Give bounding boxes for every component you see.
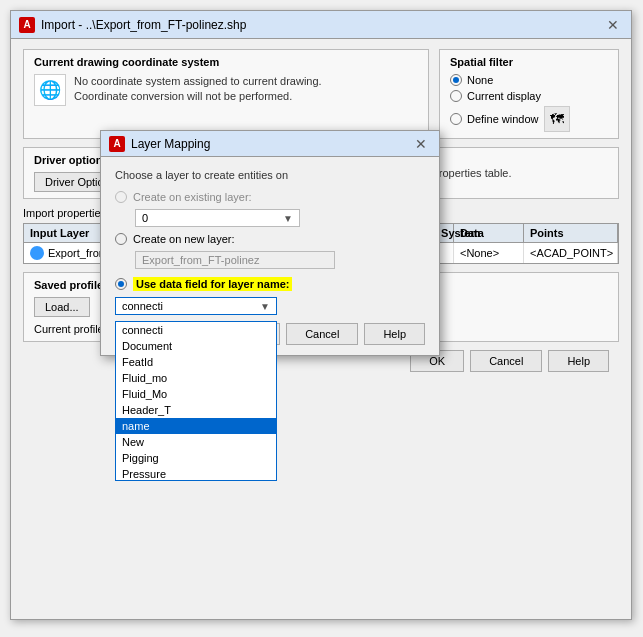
use-data-radio[interactable] — [115, 278, 127, 290]
dropdown-item-fluid-mo-upper[interactable]: Fluid_Mo — [116, 386, 276, 402]
cancel-button[interactable]: Cancel — [470, 350, 542, 372]
main-close-button[interactable]: ✕ — [603, 15, 623, 35]
coord-section: Current drawing coordinate system 🌐 No c… — [23, 49, 429, 139]
use-data-option[interactable]: Use data field for layer name: — [115, 277, 425, 291]
spatial-current-option[interactable]: Current display — [450, 90, 608, 102]
main-title-bar: A Import - ..\Export_from_FT-polinez.shp… — [11, 11, 631, 39]
layer-dialog-title-bar: A Layer Mapping ✕ — [101, 131, 439, 157]
existing-layer-label: Create on existing layer: — [133, 191, 252, 203]
layer-cancel-button[interactable]: Cancel — [286, 323, 358, 345]
dropdown-item-header-t[interactable]: Header_T — [116, 402, 276, 418]
spatial-current-label: Current display — [467, 90, 541, 102]
spatial-section: Spatial filter None Current display Defi… — [439, 49, 619, 139]
field-dropdown-container: connecti ▼ connecti Document FeatId Flui… — [115, 297, 425, 315]
new-layer-label: Create on new layer: — [133, 233, 235, 245]
layer-instruction: Choose a layer to create entities on — [115, 169, 425, 181]
spatial-none-label: None — [467, 74, 493, 86]
app-icon: A — [19, 17, 35, 33]
existing-layer-value: 0 — [142, 212, 148, 224]
dropdown-item-featid[interactable]: FeatId — [116, 354, 276, 370]
layer-help-button[interactable]: Help — [364, 323, 425, 345]
coord-text-line1: No coordinate system assigned to current… — [74, 74, 322, 89]
spatial-define-radio[interactable] — [450, 113, 462, 125]
layer-dialog-close-button[interactable]: ✕ — [411, 134, 431, 154]
new-layer-radio[interactable] — [115, 233, 127, 245]
spatial-section-title: Spatial filter — [450, 56, 608, 68]
dropdown-item-name[interactable]: name — [116, 418, 276, 434]
spatial-current-radio[interactable] — [450, 90, 462, 102]
field-dropdown-selected[interactable]: connecti ▼ — [115, 297, 277, 315]
dropdown-item-pigging[interactable]: Pigging — [116, 450, 276, 466]
use-data-label: Use data field for layer name: — [133, 277, 292, 291]
spatial-window-icon[interactable]: 🗺 — [544, 106, 570, 132]
field-dropdown-list: connecti Document FeatId Fluid_mo Fluid_… — [115, 321, 277, 481]
coord-text-line2: Coordinate conversion will not be perfor… — [74, 89, 322, 104]
spatial-define-option[interactable]: Define window 🗺 — [450, 106, 608, 132]
existing-layer-option[interactable]: Create on existing layer: — [115, 191, 425, 203]
new-layer-input[interactable] — [135, 251, 335, 269]
field-dropdown-arrow-icon: ▼ — [260, 301, 270, 312]
main-window-title: Import - ..\Export_from_FT-polinez.shp — [41, 18, 246, 32]
dropdown-item-new[interactable]: New — [116, 434, 276, 450]
dropdown-item-fluid-mo-lower[interactable]: Fluid_mo — [116, 370, 276, 386]
coord-section-title: Current drawing coordinate system — [34, 56, 418, 68]
spatial-define-label: Define window — [467, 113, 539, 125]
load-button[interactable]: Load... — [34, 297, 90, 317]
dropdown-item-connecti[interactable]: connecti — [116, 322, 276, 338]
layer-mapping-dialog: A Layer Mapping ✕ Choose a layer to crea… — [100, 130, 440, 356]
header-points: Points — [524, 224, 618, 242]
cell-points: <ACAD_POINT> — [524, 243, 618, 263]
row-indicator-icon — [30, 246, 44, 260]
help-button[interactable]: Help — [548, 350, 609, 372]
layer-dialog-app-icon: A — [109, 136, 125, 152]
new-layer-option[interactable]: Create on new layer: — [115, 233, 425, 245]
selected-field-value: connecti — [122, 300, 163, 312]
cell-data: <None> — [454, 243, 524, 263]
coord-icon: 🌐 — [34, 74, 66, 106]
existing-layer-arrow-icon: ▼ — [283, 213, 293, 224]
layer-dialog-title: Layer Mapping — [131, 137, 210, 151]
spatial-none-radio[interactable] — [450, 74, 462, 86]
existing-layer-radio[interactable] — [115, 191, 127, 203]
dropdown-item-document[interactable]: Document — [116, 338, 276, 354]
header-data: Data — [454, 224, 524, 242]
dropdown-item-pressure[interactable]: Pressure — [116, 466, 276, 481]
spatial-none-option[interactable]: None — [450, 74, 608, 86]
existing-layer-combo[interactable]: 0 ▼ — [135, 209, 300, 227]
